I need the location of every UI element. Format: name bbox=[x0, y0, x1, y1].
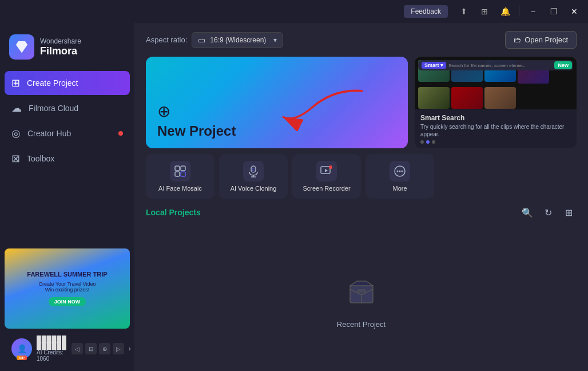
title-bar: Feedback ⬆ ⊞ 🔔 − ❐ ✕ bbox=[0, 0, 588, 23]
folder-icon: 🗁 bbox=[514, 35, 521, 44]
creator-hub-label: Creator Hub bbox=[27, 129, 71, 138]
aspect-ratio-selector: Aspect ratio: ▭ 16:9 (Widescreen) ▾ bbox=[146, 32, 283, 48]
creator-hub-icon: ◎ bbox=[11, 127, 21, 140]
filmora-cloud-icon: ☁ bbox=[11, 102, 22, 115]
screen-recorder-icon bbox=[316, 161, 337, 181]
svg-point-14 bbox=[397, 171, 399, 172]
create-project-icon: ⊞ bbox=[11, 77, 20, 89]
sidebar-bottom: FAREWELL SUMMER TRIP Create Your Travel … bbox=[0, 244, 134, 371]
ss-thumb-5 bbox=[418, 87, 450, 109]
dot-3[interactable] bbox=[432, 140, 435, 144]
upload-icon[interactable]: ⬆ bbox=[455, 2, 473, 21]
filmora-cloud-label: Filmora Cloud bbox=[29, 104, 78, 113]
ai-face-mosaic-label: AI Face Mosaic bbox=[158, 185, 202, 192]
ss-preview: Smart ▾ Search for file names, screen el… bbox=[415, 57, 577, 109]
aspect-value: 16:9 (Widescreen) bbox=[210, 36, 266, 44]
ss-dots bbox=[420, 140, 571, 144]
local-header: Local Projects 🔍 ↻ ⊞ bbox=[146, 204, 577, 220]
promo-sub: Create Your Travel Video Win exciting pr… bbox=[39, 281, 96, 293]
screen-recorder-label: Screen Recorder bbox=[303, 185, 350, 192]
restore-button[interactable]: ❐ bbox=[545, 2, 563, 21]
sidebar-item-creator-hub[interactable]: ◎ Creator Hub bbox=[5, 121, 130, 145]
new-project-plus-icon: ⊕ bbox=[157, 102, 236, 121]
svg-rect-4 bbox=[181, 172, 185, 176]
new-project-card[interactable]: ⊕ New Project bbox=[146, 57, 408, 148]
local-projects: Local Projects 🔍 ↻ ⊞ bbox=[134, 204, 588, 371]
smart-badge: Smart ▾ bbox=[422, 62, 446, 69]
search-projects-button[interactable]: 🔍 bbox=[519, 204, 535, 220]
svg-rect-19 bbox=[357, 289, 366, 293]
promo-banner[interactable]: FAREWELL SUMMER TRIP Create Your Travel … bbox=[5, 248, 130, 329]
open-project-button[interactable]: 🗁 Open Project bbox=[505, 31, 577, 49]
vip-badge: VIP bbox=[17, 356, 27, 360]
ai-face-mosaic-icon bbox=[170, 161, 190, 181]
content-topbar: Aspect ratio: ▭ 16:9 (Widescreen) ▾ 🗁 Op… bbox=[134, 23, 588, 57]
empty-state: Recent Project bbox=[146, 225, 577, 371]
tools-row: AI Face Mosaic AI Voice Cloning bbox=[134, 148, 588, 204]
promo-join-btn[interactable]: JOIN NOW bbox=[49, 297, 86, 306]
ai-voice-cloning-label: AI Voice Cloning bbox=[231, 185, 277, 192]
more-label: More bbox=[392, 185, 407, 192]
open-project-label: Open Project bbox=[525, 35, 568, 44]
user-action-4[interactable]: ▷ bbox=[113, 343, 124, 354]
svg-rect-3 bbox=[175, 172, 180, 176]
ss-thumb-6 bbox=[451, 87, 483, 109]
promo-content: FAREWELL SUMMER TRIP Create Your Travel … bbox=[22, 266, 112, 310]
aspect-ratio-icon: ▭ bbox=[198, 35, 205, 45]
local-actions: 🔍 ↻ ⊞ bbox=[519, 204, 577, 220]
smart-search-card: Smart ▾ Search for file names, screen el… bbox=[415, 57, 577, 148]
ss-thumb-7 bbox=[484, 87, 516, 109]
ss-search-bar[interactable]: Smart ▾ Search for file names, screen el… bbox=[418, 60, 573, 70]
grid-view-button[interactable]: ⊞ bbox=[561, 204, 577, 220]
tool-screen-recorder[interactable]: Screen Recorder bbox=[292, 154, 361, 199]
new-project-label: New Project bbox=[157, 123, 236, 139]
empty-box-icon bbox=[339, 267, 384, 313]
svg-marker-12 bbox=[325, 169, 328, 172]
dot-1[interactable] bbox=[420, 140, 424, 144]
create-project-label: Create Project bbox=[27, 78, 78, 88]
brand-label: Wondershare bbox=[40, 37, 81, 45]
local-projects-title: Local Projects bbox=[146, 208, 201, 217]
minimize-button[interactable]: − bbox=[524, 2, 542, 21]
dropdown-chevron-icon: ▾ bbox=[273, 36, 277, 44]
refresh-projects-button[interactable]: ↻ bbox=[540, 204, 556, 220]
user-action-3[interactable]: ⊕ bbox=[99, 343, 110, 354]
user-avatar: 👤 VIP bbox=[11, 338, 32, 359]
dot-2[interactable] bbox=[426, 140, 430, 144]
user-bar[interactable]: 👤 VIP ██████ ██████ AI Credits: 1060 ◁ ⊡… bbox=[5, 331, 130, 366]
feedback-button[interactable]: Feedback bbox=[404, 5, 448, 18]
promo-title: FAREWELL SUMMER TRIP bbox=[27, 271, 107, 278]
aspect-dropdown[interactable]: ▭ 16:9 (Widescreen) ▾ bbox=[192, 32, 283, 48]
toolbox-label: Toolbox bbox=[27, 154, 54, 163]
sidebar-item-toolbox[interactable]: ⊠ Toolbox bbox=[5, 147, 130, 171]
ss-info: Smart Search Try quickly searching for a… bbox=[415, 109, 577, 148]
logo-icon bbox=[9, 34, 34, 60]
sidebar-item-create-project[interactable]: ⊞ Create Project bbox=[5, 71, 130, 95]
svg-point-11 bbox=[329, 165, 332, 169]
smart-search-title: Smart Search bbox=[420, 114, 571, 122]
grid-icon[interactable]: ⊞ bbox=[475, 2, 494, 21]
empty-label: Recent Project bbox=[337, 320, 386, 329]
tool-ai-face-mosaic[interactable]: AI Face Mosaic bbox=[146, 154, 214, 199]
tool-ai-voice-cloning[interactable]: AI Voice Cloning bbox=[219, 154, 288, 199]
bell-icon[interactable]: 🔔 bbox=[496, 2, 514, 21]
user-name: ██████ ██████ bbox=[37, 336, 67, 349]
new-project-content: ⊕ New Project bbox=[157, 102, 236, 139]
sidebar-item-filmora-cloud[interactable]: ☁ Filmora Cloud bbox=[5, 96, 130, 120]
separator bbox=[519, 6, 519, 17]
logo-text: Wondershare Filmora bbox=[40, 37, 81, 57]
creator-hub-dot bbox=[118, 131, 123, 136]
tool-more[interactable]: More bbox=[365, 154, 434, 199]
sidebar: Wondershare Filmora ⊞ Create Project ☁ F… bbox=[0, 23, 134, 371]
main-layout: Wondershare Filmora ⊞ Create Project ☁ F… bbox=[0, 23, 588, 371]
user-action-1[interactable]: ◁ bbox=[71, 343, 83, 354]
aspect-label: Aspect ratio: bbox=[146, 35, 187, 44]
logo-area: Wondershare Filmora bbox=[0, 27, 134, 71]
close-button[interactable]: ✕ bbox=[565, 2, 583, 21]
ai-voice-cloning-icon bbox=[243, 161, 264, 181]
product-label: Filmora bbox=[40, 45, 81, 57]
user-action-2[interactable]: ⊡ bbox=[85, 343, 97, 354]
nav-items: ⊞ Create Project ☁ Filmora Cloud ◎ Creat… bbox=[0, 71, 134, 171]
svg-rect-2 bbox=[181, 166, 185, 171]
user-actions: ◁ ⊡ ⊕ ▷ bbox=[71, 343, 124, 354]
